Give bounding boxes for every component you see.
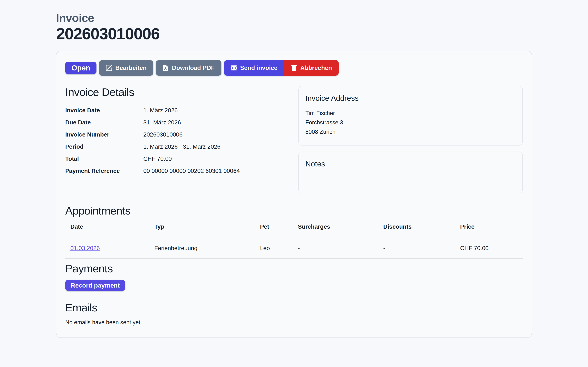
invoice-details-heading: Invoice Details xyxy=(65,86,290,99)
detail-label: Invoice Number xyxy=(65,131,143,138)
detail-row-due-date: Due Date 31. März 2026 xyxy=(65,119,290,126)
detail-row-period: Period 1. März 2026 - 31. März 2026 xyxy=(65,143,290,150)
pencil-square-icon xyxy=(106,65,112,71)
page-title: Invoice xyxy=(56,11,532,25)
notes-card: Notes - xyxy=(298,151,523,193)
download-pdf-button[interactable]: Download PDF xyxy=(156,60,221,75)
cancel-button-label: Abbrechen xyxy=(300,64,332,71)
detail-label: Period xyxy=(65,143,143,150)
appointments-header-row: Date Typ Pet Surcharges Discounts Price xyxy=(65,223,523,238)
detail-label: Total xyxy=(65,155,143,162)
details-and-address-section: Invoice Details Invoice Date 1. März 202… xyxy=(65,86,523,193)
invoice-address-card: Invoice Address Tim Fischer Forchstrasse… xyxy=(298,86,523,146)
column-header-pet: Pet xyxy=(255,223,293,238)
column-header-discounts: Discounts xyxy=(378,223,455,238)
detail-row-invoice-number: Invoice Number 202603010006 xyxy=(65,131,290,138)
detail-value: CHF 70.00 xyxy=(143,155,290,162)
appointment-row: 01.03.2026 Ferienbetreuung Leo - - CHF 7… xyxy=(65,238,523,258)
invoice-page: Invoice 202603010006 Open Bearbeiten Dow… xyxy=(56,0,532,338)
send-invoice-button-label: Send invoice xyxy=(240,64,278,71)
address-line-name: Tim Fischer xyxy=(305,108,516,118)
toolbar: Open Bearbeiten Download PDF Send xyxy=(65,60,523,75)
pdf-file-icon xyxy=(163,65,169,71)
invoice-details-section: Invoice Details Invoice Date 1. März 202… xyxy=(65,86,290,193)
cancel-button[interactable]: Abbrechen xyxy=(284,60,338,75)
appointment-discounts-cell: - xyxy=(378,238,455,258)
detail-row-invoice-date: Invoice Date 1. März 2026 xyxy=(65,107,290,114)
edit-button[interactable]: Bearbeiten xyxy=(99,60,153,75)
address-and-notes-column: Invoice Address Tim Fischer Forchstrasse… xyxy=(298,86,523,193)
appointments-table: Date Typ Pet Surcharges Discounts Price … xyxy=(65,223,523,259)
detail-label: Invoice Date xyxy=(65,107,143,114)
edit-button-label: Bearbeiten xyxy=(115,64,147,71)
status-badge: Open xyxy=(65,62,96,74)
detail-value: 1. März 2026 xyxy=(143,107,290,114)
page-title-invoice-number: 202603010006 xyxy=(56,25,532,43)
download-pdf-button-label: Download PDF xyxy=(172,64,215,71)
detail-row-total: Total CHF 70.00 xyxy=(65,155,290,162)
detail-value: 00 00000 00000 00202 60301 00064 xyxy=(143,167,290,174)
column-header-typ: Typ xyxy=(149,223,255,238)
appointment-price-cell: CHF 70.00 xyxy=(455,238,523,258)
notes-heading: Notes xyxy=(305,160,516,168)
emails-heading: Emails xyxy=(65,301,523,314)
send-invoice-button[interactable]: Send invoice xyxy=(224,60,284,75)
detail-value: 1. März 2026 - 31. März 2026 xyxy=(143,143,290,150)
send-cancel-button-group: Send invoice Abbrechen xyxy=(224,60,339,75)
appointment-date-link[interactable]: 01.03.2026 xyxy=(70,245,100,251)
column-header-surcharges: Surcharges xyxy=(293,223,378,238)
detail-label: Due Date xyxy=(65,119,143,126)
trash-icon xyxy=(291,65,297,71)
appointment-pet-cell: Leo xyxy=(255,238,293,258)
address-line-city: 8008 Zürich xyxy=(305,127,516,136)
notes-content: - xyxy=(305,176,516,183)
appointment-date-cell: 01.03.2026 xyxy=(65,238,149,258)
payments-heading: Payments xyxy=(65,262,523,275)
invoice-address-heading: Invoice Address xyxy=(305,94,516,103)
invoice-address-lines: Tim Fischer Forchstrasse 3 8008 Zürich xyxy=(305,108,516,136)
invoice-details-list: Invoice Date 1. März 2026 Due Date 31. M… xyxy=(65,107,290,174)
appointment-surcharges-cell: - xyxy=(293,238,378,258)
appointment-typ-cell: Ferienbetreuung xyxy=(149,238,255,258)
appointments-heading: Appointments xyxy=(65,204,523,217)
detail-value: 31. März 2026 xyxy=(143,119,290,126)
column-header-date: Date xyxy=(65,223,149,238)
address-line-street: Forchstrasse 3 xyxy=(305,118,516,127)
detail-label: Payment Reference xyxy=(65,167,143,174)
emails-empty-message: No emails have been sent yet. xyxy=(65,319,523,326)
column-header-price: Price xyxy=(455,223,523,238)
detail-row-payment-reference: Payment Reference 00 00000 00000 00202 6… xyxy=(65,167,290,174)
page-header: Invoice 202603010006 xyxy=(56,11,532,43)
detail-value: 202603010006 xyxy=(143,131,290,138)
envelope-icon xyxy=(231,65,237,71)
record-payment-button[interactable]: Record payment xyxy=(65,280,125,291)
invoice-card: Open Bearbeiten Download PDF Send xyxy=(56,51,532,338)
